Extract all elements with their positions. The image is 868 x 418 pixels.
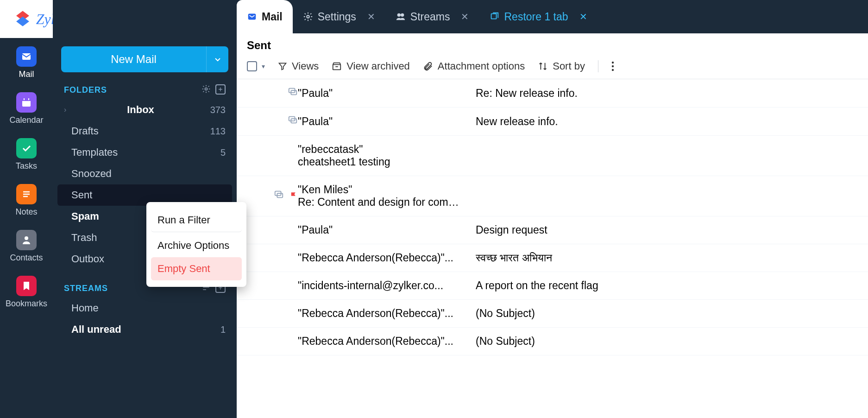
svg-point-8 — [401, 13, 404, 17]
brand-logo-icon — [13, 9, 32, 29]
archive-icon — [332, 61, 342, 71]
conversation-icon — [288, 87, 298, 100]
mail-row[interactable]: "Ken Miles"Re: Content and design for co… — [237, 176, 868, 216]
app-rail: MailCalendarTasksNotesContactsBookmarks — [0, 0, 53, 418]
view-archived-button[interactable]: View archived — [332, 60, 410, 72]
mail-icon — [16, 46, 37, 67]
context-menu-item[interactable]: Archive Options — [151, 234, 242, 257]
folder-name: Sent — [71, 189, 92, 201]
folder-item-inbox[interactable]: ›Inbox373 — [53, 99, 237, 120]
rail-item-notes[interactable]: Notes — [15, 184, 37, 217]
mail-row[interactable]: "Rebecca Anderson(Rebecca)"...(No Subjec… — [237, 328, 868, 355]
add-folder-icon[interactable]: + — [215, 84, 226, 95]
sort-by-label: Sort by — [553, 60, 585, 72]
mail-subject: (No Subject) — [476, 335, 858, 348]
gear-icon — [303, 12, 313, 22]
conversation-icon — [288, 115, 298, 128]
folder-name: Drafts — [71, 125, 99, 137]
tab-restore-1-tab[interactable]: Restore 1 tab✕ — [479, 0, 597, 33]
close-icon[interactable]: ✕ — [461, 11, 469, 22]
folder-item-drafts[interactable]: Drafts113 — [53, 120, 237, 142]
mail-icon — [247, 12, 257, 22]
tab-settings[interactable]: Settings✕ — [293, 0, 385, 33]
bookmarks-icon — [16, 276, 37, 296]
mail-subject: cheatsheet1 testing — [298, 156, 465, 168]
folder-name: Trash — [71, 232, 97, 244]
mail-row[interactable]: "Rebecca Anderson(Rebecca)"...स्वच्छ भार… — [237, 244, 868, 272]
attachment-icon — [423, 61, 433, 71]
views-label: Views — [292, 60, 319, 72]
new-mail-button[interactable]: New Mail — [61, 46, 206, 72]
chevron-right-icon: › — [64, 106, 66, 114]
rail-label: Calendar — [9, 115, 43, 125]
flag-icon — [289, 190, 298, 203]
mail-from: "Paula" — [298, 115, 465, 128]
stream-item-all-unread[interactable]: All unread1 — [53, 319, 237, 340]
rail-label: Bookmarks — [6, 299, 47, 309]
folder-context-menu: Run a FilterArchive OptionsEmpty Sent — [146, 202, 246, 287]
streams-icon — [396, 12, 406, 22]
mail-row[interactable]: "rebeccatask"cheatsheet1 testing — [237, 136, 868, 176]
close-icon[interactable]: ✕ — [367, 11, 375, 22]
tasks-icon — [16, 138, 37, 158]
mail-subject: New release info. — [476, 115, 858, 128]
folder-item-templates[interactable]: Templates5 — [53, 142, 237, 163]
rail-item-mail[interactable]: Mail — [16, 46, 37, 79]
tab-label: Restore 1 tab — [504, 11, 568, 23]
view-archived-label: View archived — [346, 60, 410, 72]
funnel-icon — [278, 62, 287, 71]
more-options-button[interactable] — [611, 61, 614, 71]
svg-point-6 — [307, 15, 309, 18]
restore-icon — [489, 12, 499, 22]
rail-item-contacts[interactable]: Contacts — [10, 230, 43, 263]
views-button[interactable]: Views — [278, 60, 319, 72]
stream-list: HomeAll unread1 — [53, 298, 237, 340]
tab-bar: MailSettings✕Streams✕Restore 1 tab✕ — [237, 0, 868, 33]
new-mail-dropdown[interactable] — [206, 46, 228, 72]
rail-label: Tasks — [16, 161, 37, 171]
context-menu-item[interactable]: Empty Sent — [151, 257, 242, 280]
contacts-icon — [16, 230, 37, 250]
mail-from: "Ken Miles"Re: Content and design for co… — [298, 184, 465, 209]
folder-item-snoozed[interactable]: Snoozed — [53, 163, 237, 184]
mail-subject: A report on the recent flag — [476, 279, 858, 292]
tab-label: Mail — [262, 11, 283, 23]
select-all-checkbox[interactable]: ▾ — [247, 61, 265, 71]
context-menu-item[interactable]: Run a Filter — [151, 209, 242, 232]
mail-row[interactable]: "Paula"Design request — [237, 216, 868, 244]
svg-rect-9 — [491, 14, 497, 19]
main-panel: MailSettings✕Streams✕Restore 1 tab✕ Sent… — [237, 0, 868, 418]
calendar-icon — [16, 92, 37, 113]
sort-by-button[interactable]: Sort by — [538, 60, 585, 72]
mail-from: "incidents-internal@zylker.co... — [298, 279, 465, 292]
stream-count: 1 — [220, 324, 226, 335]
sort-icon — [538, 61, 548, 71]
rail-item-calendar[interactable]: Calendar — [9, 92, 43, 125]
mail-subject: Re: Content and design for comparison pa… — [298, 196, 465, 209]
mail-subject: स्वच्छ भारत अभियान — [476, 252, 858, 264]
stream-item-home[interactable]: Home — [53, 298, 237, 319]
svg-point-12 — [612, 65, 614, 67]
sidebar: New Mail FOLDERS + ›Inbox373Drafts113Tem… — [53, 0, 237, 418]
rail-label: Mail — [19, 70, 34, 79]
close-icon[interactable]: ✕ — [579, 11, 587, 22]
mail-from: "Rebecca Anderson(Rebecca)"... — [298, 335, 465, 348]
mail-from: "rebeccatask"cheatsheet1 testing — [298, 143, 465, 168]
attachment-options-button[interactable]: Attachment options — [423, 60, 525, 72]
folder-settings-icon[interactable] — [201, 84, 211, 95]
mail-toolbar: ▾ Views View archived Attachment options… — [237, 57, 868, 79]
mail-row[interactable]: "incidents-internal@zylker.co...A report… — [237, 272, 868, 300]
folder-name: Templates — [71, 146, 118, 158]
stream-name: All unread — [71, 323, 121, 336]
tab-label: Streams — [410, 11, 450, 23]
tab-mail[interactable]: Mail — [237, 0, 293, 33]
rail-item-bookmarks[interactable]: Bookmarks — [6, 276, 47, 309]
tab-streams[interactable]: Streams✕ — [385, 0, 479, 33]
mail-row[interactable]: "Paula"New release info. — [237, 108, 868, 136]
folder-name: Outbox — [71, 253, 104, 265]
mail-row[interactable]: "Rebecca Anderson(Rebecca)"...(No Subjec… — [237, 300, 868, 328]
rail-item-tasks[interactable]: Tasks — [16, 138, 37, 171]
folders-section-header: FOLDERS + — [53, 81, 237, 99]
mail-from: "Rebecca Anderson(Rebecca)"... — [298, 252, 465, 264]
mail-row[interactable]: "Paula"Re: New release info. — [237, 79, 868, 108]
